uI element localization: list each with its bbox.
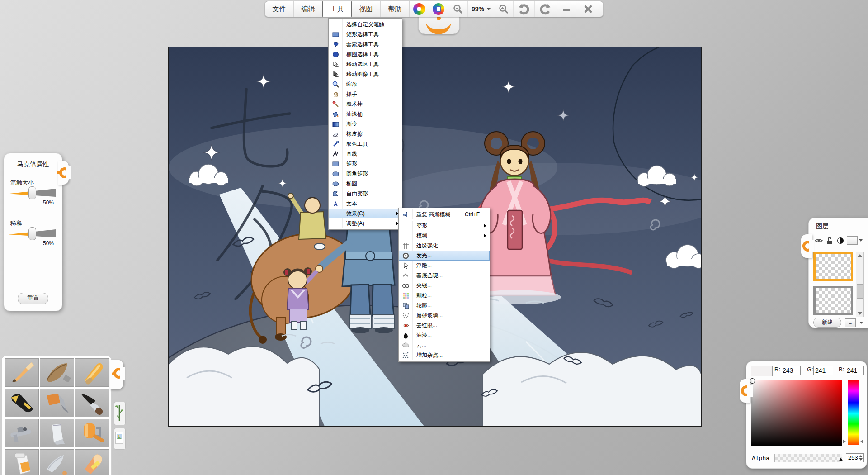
layer-thumbnail-selected[interactable] <box>813 252 853 281</box>
scroll-up-icon[interactable] <box>858 254 862 257</box>
layer-lock-icon[interactable] <box>825 237 834 245</box>
tools-menu-item-effects[interactable]: 效果(C) <box>329 209 402 218</box>
menu-file-button[interactable]: 文件 <box>265 1 294 17</box>
palette-collapse-tab[interactable] <box>110 360 123 390</box>
hue-marker-left-icon[interactable] <box>843 439 846 444</box>
effects-item-clouds[interactable]: 云... <box>399 340 490 350</box>
scrollbar-thumb[interactable] <box>857 284 863 299</box>
layers-scrollbar[interactable] <box>856 252 864 317</box>
tools-menu-item[interactable]: 椭圆 <box>329 179 402 189</box>
effects-item-transform[interactable]: 变形 <box>399 221 490 231</box>
tools-menu-item[interactable]: 圆角矩形 <box>329 169 402 179</box>
effects-item-glow[interactable]: 发光... <box>399 251 490 261</box>
effects-item-add-noise[interactable]: 增加杂点... <box>399 350 490 360</box>
spin-up-icon[interactable] <box>859 455 863 457</box>
dilution-slider-knob[interactable] <box>28 227 36 240</box>
brush-pastel[interactable] <box>75 449 109 475</box>
tools-menu-item[interactable]: 文本 <box>329 199 402 209</box>
tools-menu-item[interactable]: 油漆桶 <box>329 109 402 119</box>
palette-tab-nature-brushes[interactable] <box>114 402 126 425</box>
brush-crayon[interactable] <box>75 358 109 387</box>
brush-wood-pencil[interactable] <box>40 358 74 387</box>
tools-menu-item[interactable]: 套索选择工具 <box>329 39 402 49</box>
tools-menu-item[interactable]: 直线 <box>329 149 402 159</box>
tools-menu-item[interactable]: 矩形选择工具 <box>329 29 402 39</box>
menu-edit-button[interactable]: 编辑 <box>294 1 323 17</box>
b-input[interactable] <box>845 366 864 375</box>
effects-item-edge-enhance[interactable]: 边缘强化... <box>399 241 490 251</box>
brush-size-slider[interactable] <box>9 189 56 197</box>
new-layer-button[interactable]: 新建 <box>813 318 841 328</box>
redo-button[interactable] <box>535 1 556 17</box>
effects-item-red-eye[interactable]: 去红眼... <box>399 320 490 330</box>
brush-paintbrush[interactable] <box>40 389 74 417</box>
effects-item-emboss[interactable]: 浮雕... <box>399 261 490 271</box>
tools-menu-item[interactable]: 缩放 <box>329 79 402 89</box>
effects-item-repeat-gaussian[interactable]: 重复 高斯模糊 Ctrl+F <box>399 209 490 219</box>
chevron-down-icon[interactable] <box>859 239 863 242</box>
layers-panel-collapse-tab[interactable] <box>801 234 812 258</box>
alpha-spinner[interactable]: 253 <box>846 453 864 462</box>
brush-fountain-pen[interactable] <box>5 389 39 417</box>
reset-button[interactable]: 重置 <box>18 293 48 304</box>
brush-airbrush[interactable] <box>5 419 39 447</box>
saturation-value-square[interactable] <box>751 380 842 446</box>
palette-tab-stamp-images[interactable] <box>114 428 126 450</box>
gallery-logo-button[interactable] <box>429 1 448 17</box>
tools-menu-item[interactable]: 橡皮擦 <box>329 129 402 139</box>
tools-menu-item[interactable]: 移动图像工具 <box>329 69 402 79</box>
layer-thumbnail[interactable] <box>813 286 853 315</box>
tools-menu-item[interactable]: 矩形 <box>329 159 402 169</box>
tools-menu-item[interactable]: 魔术棒 <box>329 99 402 109</box>
tools-menu-item[interactable]: 移动选区工具 <box>329 59 402 69</box>
alpha-slider[interactable] <box>774 454 842 462</box>
color-picker-collapse-tab[interactable] <box>740 379 750 403</box>
tools-menu-item[interactable]: 抓手 <box>329 89 402 99</box>
tools-menu-item[interactable]: 渐变 <box>329 119 402 129</box>
r-input[interactable] <box>781 366 801 375</box>
marker-panel-collapse-tab[interactable] <box>58 161 69 185</box>
brush-palette-knife[interactable] <box>40 419 74 447</box>
spin-down-icon[interactable] <box>859 458 863 461</box>
effects-item-paint[interactable]: 油漆... <box>399 330 490 340</box>
layer-options-menu-button[interactable]: ≡ <box>847 236 858 245</box>
tools-menu-item[interactable]: 椭圆选择工具 <box>329 49 402 59</box>
hue-bar[interactable] <box>848 380 859 445</box>
brush-size-slider-knob[interactable] <box>28 186 36 200</box>
brush-paint-tube[interactable] <box>5 449 39 475</box>
minimize-button[interactable] <box>556 1 577 17</box>
effects-item-grain[interactable]: 颗粒... <box>399 290 490 300</box>
scroll-down-icon[interactable] <box>858 312 862 315</box>
menu-tools-button[interactable]: 工具 <box>322 1 352 17</box>
brush-felt-tip[interactable] <box>40 449 74 475</box>
tools-menu-item[interactable]: 自由变形 <box>329 189 402 199</box>
tools-menu-item[interactable]: 选择自定义笔触 <box>329 19 402 29</box>
undo-button[interactable] <box>514 1 535 17</box>
dilution-slider[interactable] <box>9 229 56 238</box>
g-input[interactable] <box>813 366 833 375</box>
zoom-out-button[interactable] <box>448 1 468 17</box>
zoom-level-select[interactable]: 99% <box>468 1 494 17</box>
alpha-marker-icon[interactable] <box>839 458 843 461</box>
menu-help-button[interactable]: 帮助 <box>381 1 410 17</box>
effects-item-frosted-glass[interactable]: 磨砂玻璃... <box>399 310 490 320</box>
menu-view-button[interactable]: 视图 <box>352 1 381 17</box>
brush-ink-brush[interactable] <box>75 389 109 417</box>
effects-item-blur[interactable]: 模糊 <box>399 231 490 241</box>
effects-item-contour[interactable]: 轮廓... <box>399 300 490 310</box>
hue-marker-right-icon[interactable] <box>860 439 863 444</box>
app-logo-button[interactable] <box>410 1 429 17</box>
layer-blend-contrast-icon[interactable] <box>836 237 845 245</box>
effects-item-sharpen[interactable]: 尖锐... <box>399 280 490 290</box>
effects-item-bas-relief[interactable]: 基底凸现... <box>399 271 490 280</box>
magnifier-plus-icon <box>498 4 509 14</box>
tools-menu-item-adjust[interactable]: 调整(A) <box>329 218 402 228</box>
tools-menu-item[interactable]: 取色工具 <box>329 139 402 149</box>
layers-more-menu-button[interactable]: ≡ <box>845 318 856 327</box>
zoom-in-button[interactable] <box>494 1 514 17</box>
chevron-down-icon[interactable] <box>859 322 863 324</box>
brush-pencil[interactable] <box>5 358 39 387</box>
close-button[interactable] <box>577 1 599 17</box>
layer-visibility-eye-icon[interactable] <box>814 237 823 245</box>
brush-paint-roller[interactable] <box>75 419 109 447</box>
